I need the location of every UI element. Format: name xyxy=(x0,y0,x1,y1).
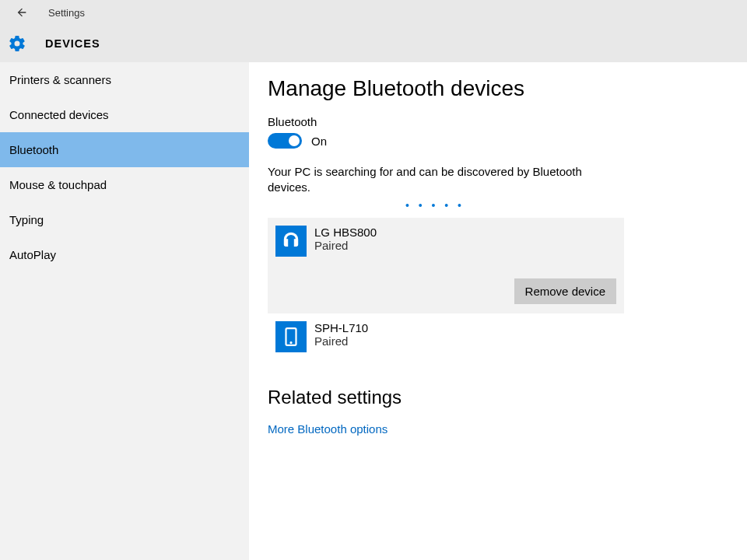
sidebar-item-connected-devices[interactable]: Connected devices xyxy=(0,97,249,132)
related-settings-title: Related settings xyxy=(268,387,747,408)
device-info: LG HBS800Paired xyxy=(314,226,377,252)
toggle-row: On xyxy=(268,133,747,149)
headset-icon xyxy=(275,226,307,257)
header: Settings DEVICES xyxy=(0,0,747,62)
device-row: SPH-L710Paired xyxy=(275,321,616,352)
toggle-knob xyxy=(289,135,300,146)
bluetooth-toggle[interactable] xyxy=(268,133,302,149)
sidebar-item-autoplay[interactable]: AutoPlay xyxy=(0,237,249,272)
phone-icon xyxy=(275,321,307,352)
sidebar: Printers & scannersConnected devicesBlue… xyxy=(0,62,249,560)
device-list: LG HBS800PairedRemove deviceSPH-L710Pair… xyxy=(268,218,747,360)
device-card[interactable]: SPH-L710Paired xyxy=(268,313,624,360)
device-actions: Remove device xyxy=(275,278,616,304)
device-name: LG HBS800 xyxy=(314,226,377,239)
toggle-state-label: On xyxy=(311,135,327,148)
device-row: LG HBS800Paired xyxy=(275,226,616,257)
device-name: SPH-L710 xyxy=(314,321,368,334)
main-panel: Manage Bluetooth devices Bluetooth On Yo… xyxy=(249,62,747,560)
device-status: Paired xyxy=(314,334,368,348)
sidebar-item-bluetooth[interactable]: Bluetooth xyxy=(0,132,249,167)
svg-point-1 xyxy=(290,341,292,343)
device-info: SPH-L710Paired xyxy=(314,321,368,348)
sidebar-item-typing[interactable]: Typing xyxy=(0,202,249,237)
back-arrow-icon xyxy=(16,6,28,19)
device-card[interactable]: LG HBS800PairedRemove device xyxy=(268,218,624,313)
remove-device-button[interactable]: Remove device xyxy=(514,278,616,304)
back-button[interactable] xyxy=(14,5,30,20)
sidebar-item-printers-scanners[interactable]: Printers & scanners xyxy=(0,62,249,97)
searching-indicator: • • • • • xyxy=(268,199,602,212)
gear-icon xyxy=(8,34,26,53)
device-status: Paired xyxy=(314,239,377,252)
app-label: Settings xyxy=(48,7,85,19)
more-bluetooth-options-link[interactable]: More Bluetooth options xyxy=(268,422,747,436)
header-main: DEVICES xyxy=(0,25,747,62)
sidebar-item-mouse-touchpad[interactable]: Mouse & touchpad xyxy=(0,167,249,202)
page-title: Manage Bluetooth devices xyxy=(268,76,747,101)
header-top: Settings xyxy=(0,0,747,25)
status-text: Your PC is searching for and can be disc… xyxy=(268,164,602,196)
bluetooth-toggle-label: Bluetooth xyxy=(268,115,747,128)
content: Printers & scannersConnected devicesBlue… xyxy=(0,62,747,560)
section-title: DEVICES xyxy=(45,37,100,50)
